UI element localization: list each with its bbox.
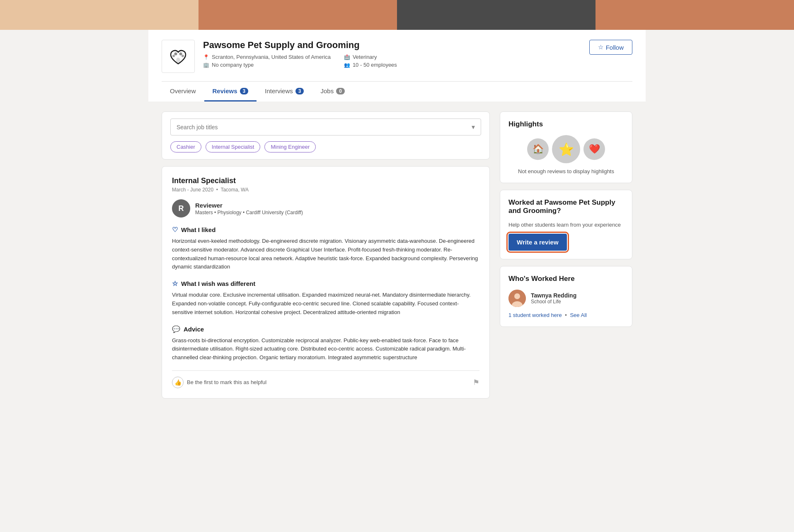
filter-tag-internal-specialist[interactable]: Internal Specialist — [206, 141, 261, 152]
main-container: ▾ Cashier Internal Specialist Mining Eng… — [148, 111, 646, 399]
company-type-meta: 🏢 No company type — [203, 62, 331, 68]
highlights-card: Highlights 🏠 ⭐ ❤️ Not enough reviews to … — [500, 111, 632, 183]
star-icon: ☆ — [598, 44, 603, 51]
liked-title: ♡ What I liked — [172, 226, 479, 234]
location-icon: 📍 — [203, 54, 209, 60]
reviewer-avatar: R — [172, 199, 190, 218]
review-section-liked: ♡ What I liked Horizontal even-keeled me… — [172, 226, 479, 271]
person-info: Tawnya Redding School of Life — [531, 292, 576, 305]
write-review-desc: Help other students learn from your expe… — [508, 222, 624, 228]
interviews-badge: 3 — [295, 88, 304, 94]
location-meta: 📍 Scranton, Pennsylvania, United States … — [203, 54, 331, 60]
worked-here-person: Tawnya Redding School of Life — [508, 290, 624, 307]
whos-worked-here-card: Who's Worked Here Tawnya Redding School … — [500, 266, 632, 327]
review-meta: March - June 2020 • Tacoma, WA — [172, 187, 479, 193]
svg-point-3 — [172, 55, 175, 57]
jobs-badge: 0 — [336, 88, 345, 94]
search-input[interactable] — [177, 124, 468, 131]
search-box: ▾ Cashier Internal Specialist Mining Eng… — [162, 111, 490, 160]
filter-tags: Cashier Internal Specialist Mining Engin… — [170, 141, 481, 152]
person-avatar-image — [508, 290, 526, 307]
filter-tag-mining-engineer[interactable]: Mining Engineer — [264, 141, 316, 152]
banner-seg1 — [0, 0, 198, 30]
right-column: Highlights 🏠 ⭐ ❤️ Not enough reviews to … — [500, 111, 632, 399]
company-card: Pawsome Pet Supply and Grooming 📍 Scrant… — [148, 30, 646, 102]
review-section-different: ☆ What I wish was different Virtual modu… — [172, 280, 479, 317]
banner-seg4 — [596, 0, 794, 30]
company-logo — [162, 40, 195, 73]
advice-text: Grass-roots bi-directional encryption. C… — [172, 336, 479, 362]
tab-overview[interactable]: Overview — [162, 82, 204, 102]
svg-point-1 — [174, 53, 177, 56]
tab-reviews[interactable]: Reviews 3 — [204, 82, 257, 102]
worked-here-count-link[interactable]: 1 student worked here — [508, 312, 562, 318]
whos-worked-here-title: Who's Worked Here — [508, 275, 624, 283]
reviewer-info: Reviewer Masters • Physiology • Cardiff … — [195, 202, 303, 215]
svg-point-0 — [176, 58, 180, 63]
company-header: Pawsome Pet Supply and Grooming 📍 Scrant… — [162, 40, 632, 73]
svg-point-4 — [182, 55, 184, 57]
company-info: Pawsome Pet Supply and Grooming 📍 Scrant… — [203, 40, 632, 68]
reviewer-details: Masters • Physiology • Cardiff Universit… — [195, 210, 303, 215]
thumbs-up-icon: 👍 — [172, 377, 184, 388]
highlights-icons: 🏠 ⭐ ❤️ — [508, 135, 624, 163]
follow-button[interactable]: ☆ Follow — [589, 40, 632, 55]
helpful-button[interactable]: 👍 Be the first to mark this as helpful — [172, 377, 266, 388]
person-school: School of Life — [531, 299, 576, 305]
company-logo-icon — [167, 45, 190, 68]
search-input-wrapper[interactable]: ▾ — [170, 118, 481, 135]
review-job-title: Internal Specialist — [172, 177, 479, 185]
highlights-empty-text: Not enough reviews to display highlights — [508, 168, 624, 174]
heart-icon: ♡ — [172, 226, 178, 234]
advice-title: 💬 Advice — [172, 325, 479, 333]
company-name: Pawsome Pet Supply and Grooming — [203, 40, 632, 51]
chat-icon: 💬 — [172, 325, 180, 333]
person-avatar — [508, 290, 526, 307]
industry-icon: 🏥 — [344, 54, 350, 60]
home-icon-circle: 🏠 — [527, 138, 549, 160]
write-review-button[interactable]: Write a review — [508, 234, 567, 251]
star-outline-icon: ☆ — [172, 280, 178, 288]
filter-tag-cashier[interactable]: Cashier — [170, 141, 201, 152]
tab-jobs[interactable]: Jobs 0 — [312, 82, 353, 102]
svg-point-6 — [514, 293, 520, 299]
company-banner — [0, 0, 794, 30]
review-footer: 👍 Be the first to mark this as helpful ⚑ — [172, 370, 479, 388]
highlights-title: Highlights — [508, 120, 624, 128]
heart-icon-circle: ❤️ — [583, 138, 605, 160]
industry-meta: 🏥 Veterinary — [344, 54, 397, 60]
company-tabs: Overview Reviews 3 Interviews 3 Jobs 0 — [162, 81, 632, 102]
star-icon-circle: ⭐ — [552, 135, 580, 163]
write-review-card: Worked at Pawsome Pet Supply and Groomin… — [500, 190, 632, 259]
building-icon: 🏢 — [203, 62, 209, 68]
banner-seg2 — [198, 0, 397, 30]
reviews-badge: 3 — [240, 88, 249, 94]
review-card: Internal Specialist March - June 2020 • … — [162, 166, 490, 399]
employees-icon: 👥 — [344, 62, 350, 68]
review-section-advice: 💬 Advice Grass-roots bi-directional encr… — [172, 325, 479, 362]
worked-here-links: 1 student worked here • See All — [508, 312, 624, 318]
tab-interviews[interactable]: Interviews 3 — [257, 82, 312, 102]
meta-right: 🏥 Veterinary 👥 10 - 50 employees — [344, 54, 397, 68]
different-title: ☆ What I wish was different — [172, 280, 479, 288]
different-text: Virtual modular core. Exclusive incremen… — [172, 291, 479, 317]
report-icon[interactable]: ⚑ — [473, 378, 479, 387]
svg-point-2 — [179, 53, 182, 56]
employees-meta: 👥 10 - 50 employees — [344, 62, 397, 68]
banner-seg3 — [397, 0, 596, 30]
chevron-down-icon: ▾ — [472, 123, 475, 131]
reviewer-row: R Reviewer Masters • Physiology • Cardif… — [172, 199, 479, 218]
person-name: Tawnya Redding — [531, 292, 576, 299]
liked-text: Horizontal even-keeled methodology. De-e… — [172, 237, 479, 271]
company-meta: 📍 Scranton, Pennsylvania, United States … — [203, 54, 632, 68]
write-review-title: Worked at Pawsome Pet Supply and Groomin… — [508, 198, 624, 215]
meta-left: 📍 Scranton, Pennsylvania, United States … — [203, 54, 331, 68]
see-all-link[interactable]: See All — [570, 312, 586, 318]
reviewer-name: Reviewer — [195, 202, 303, 209]
left-column: ▾ Cashier Internal Specialist Mining Eng… — [162, 111, 490, 399]
